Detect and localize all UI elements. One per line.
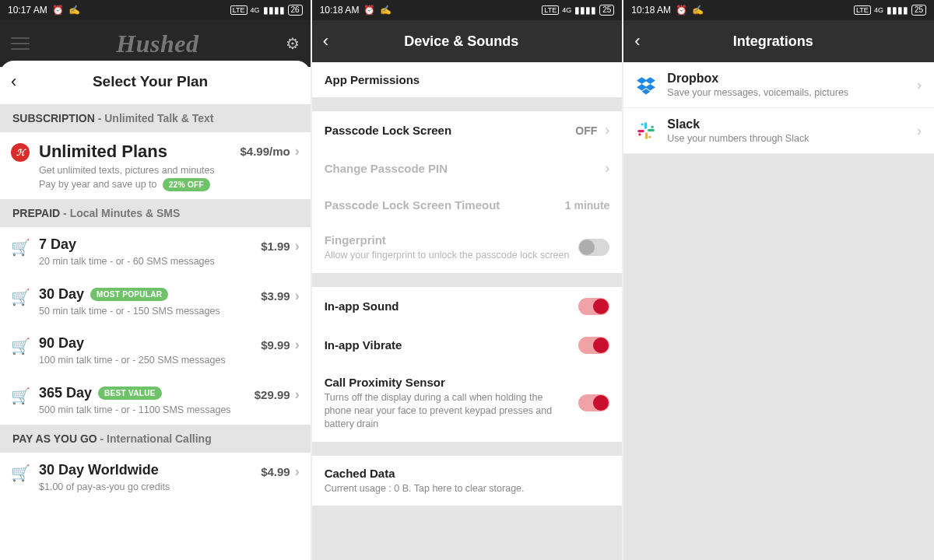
row-fingerprint: Fingerprint Allow your fingerprint to un… <box>312 222 623 273</box>
plan-price: $4.99/mo <box>240 145 290 158</box>
svg-rect-1 <box>648 129 655 131</box>
section-prepaid: PREPAID - Local Minutes & SMS <box>0 199 311 227</box>
app-brand-logo: Hushed <box>116 30 198 58</box>
signal-icon: ▮▮▮▮ <box>574 5 596 16</box>
row-passcode-lock[interactable]: Passcode Lock Screen OFF › <box>312 111 623 149</box>
dropbox-icon <box>636 75 656 95</box>
alarm-icon: ⏰ <box>52 5 64 16</box>
row-proximity[interactable]: Call Proximity Sensor Turns off the disp… <box>312 365 623 442</box>
screen-select-plan: 10:17 AM ⏰ ✍ LTE 4G ▮▮▮▮ 26 Hushed ⚙ ‹ S… <box>0 0 311 560</box>
navbar: ‹ Integrations <box>623 20 934 62</box>
status-time: 10:17 AM <box>8 5 47 16</box>
battery-icon: 26 <box>288 5 303 16</box>
plan-prepaid-30day[interactable]: 🛒 30 Day MOST POPULAR 50 min talk time -… <box>0 277 311 327</box>
page-title: Select Your Plan <box>1 73 299 90</box>
chevron-right-icon: › <box>295 288 300 304</box>
signal-icon: ▮▮▮▮ <box>887 5 908 16</box>
vibrate-toggle[interactable] <box>578 337 609 354</box>
chevron-right-icon: › <box>605 160 609 177</box>
sound-toggle[interactable] <box>578 298 609 315</box>
empty-area <box>312 506 623 560</box>
status-bar: 10:18 AM ⏰ ✍ LTE 4G ▮▮▮▮ 25 <box>623 0 934 20</box>
chevron-right-icon: › <box>295 143 300 159</box>
plan-prepaid-365day[interactable]: 🛒 365 Day BEST VALUE 500 min talk time -… <box>0 376 311 425</box>
fingerprint-toggle <box>578 239 609 256</box>
lte-icon: LTE <box>230 5 248 15</box>
signature-icon: ✍ <box>692 5 704 16</box>
discount-tag: 22% OFF <box>163 178 210 191</box>
chevron-right-icon: › <box>917 77 922 93</box>
battery-icon: 25 <box>599 5 614 16</box>
battery-icon: 25 <box>911 5 926 16</box>
chevron-right-icon: › <box>917 123 922 139</box>
svg-point-6 <box>649 136 651 138</box>
network-icon: 4G <box>562 6 571 14</box>
plan-sheet: ‹ Select Your Plan SUBSCRIPTION - Unlimi… <box>0 61 311 502</box>
chevron-right-icon: › <box>295 337 300 353</box>
network-icon: 4G <box>251 6 260 14</box>
section-divider <box>312 97 623 111</box>
menu-icon[interactable] <box>11 37 30 50</box>
lte-icon: LTE <box>854 5 871 15</box>
svg-rect-0 <box>644 122 647 129</box>
proximity-toggle[interactable] <box>578 394 609 411</box>
svg-point-4 <box>641 123 644 125</box>
navbar: ‹ Device & Sounds <box>312 20 623 62</box>
empty-area <box>623 154 934 560</box>
app-top-bar: Hushed ⚙ <box>0 20 311 67</box>
chevron-right-icon: › <box>295 387 300 403</box>
most-popular-tag: MOST POPULAR <box>90 288 168 301</box>
hushed-logo-icon: ℋ <box>11 143 30 162</box>
cart-icon: 🛒 <box>11 464 30 482</box>
status-bar: 10:18 AM ⏰ ✍ LTE 4G ▮▮▮▮ 25 <box>312 0 623 20</box>
status-bar: 10:17 AM ⏰ ✍ LTE 4G ▮▮▮▮ 26 <box>0 0 311 20</box>
slack-icon <box>636 121 656 141</box>
cart-icon: 🛒 <box>11 337 30 355</box>
row-app-permissions[interactable]: App Permissions <box>312 62 623 97</box>
section-divider <box>312 442 623 456</box>
chevron-right-icon: › <box>605 122 609 138</box>
section-divider <box>312 273 623 287</box>
cart-icon: 🛒 <box>11 387 30 405</box>
section-payg: PAY AS YOU GO - International Calling <box>0 425 311 453</box>
chevron-right-icon: › <box>295 464 300 480</box>
section-subscription: SUBSCRIPTION - Unlimited Talk & Text <box>0 104 311 132</box>
svg-rect-3 <box>638 130 645 132</box>
best-value-tag: BEST VALUE <box>98 387 162 400</box>
signal-icon: ▮▮▮▮ <box>263 5 285 16</box>
settings-icon[interactable]: ⚙ <box>286 34 300 53</box>
plan-unlimited[interactable]: ℋ Unlimited Plans Get unlimited texts, p… <box>0 132 311 199</box>
row-lock-timeout: Passcode Lock Screen Timeout 1 minute <box>312 187 623 222</box>
screen-device-sounds: 10:18 AM ⏰ ✍ LTE 4G ▮▮▮▮ 25 ‹ Device & S… <box>312 0 623 560</box>
passcode-lock-value: OFF <box>575 124 597 137</box>
screen-integrations: 10:18 AM ⏰ ✍ LTE 4G ▮▮▮▮ 25 ‹ Integratio… <box>623 0 934 560</box>
signature-icon: ✍ <box>68 5 80 16</box>
plan-prepaid-90day[interactable]: 🛒 90 Day 100 min talk time - or - 250 SM… <box>0 326 311 376</box>
status-time: 10:18 AM <box>320 5 360 16</box>
row-inapp-vibrate[interactable]: In-app Vibrate <box>312 326 623 365</box>
integration-dropbox[interactable]: Dropbox Save your messages, voicemails, … <box>623 62 934 108</box>
svg-rect-2 <box>645 132 648 139</box>
plan-payg-worldwide[interactable]: 🛒 30 Day Worldwide $1.00 of pay-as-you g… <box>0 453 311 502</box>
plan-name: Unlimited Plans <box>39 142 167 162</box>
signature-icon: ✍ <box>380 5 392 16</box>
plan-prepaid-7day[interactable]: 🛒 7 Day 20 min talk time - or - 60 SMS m… <box>0 227 311 277</box>
row-inapp-sound[interactable]: In-app Sound <box>312 287 623 326</box>
chevron-right-icon: › <box>295 238 300 254</box>
row-cached-data[interactable]: Cached Data Current usage : 0 B. Tap her… <box>312 456 623 506</box>
svg-point-5 <box>651 126 654 128</box>
plan-description: Get unlimited texts, pictures and minute… <box>39 164 230 191</box>
alarm-icon: ⏰ <box>363 5 375 16</box>
network-icon: 4G <box>874 6 883 14</box>
status-time: 10:18 AM <box>631 5 671 16</box>
cart-icon: 🛒 <box>11 238 30 257</box>
alarm-icon: ⏰ <box>676 5 687 16</box>
page-title: Device & Sounds <box>312 33 612 50</box>
integration-slack[interactable]: Slack Use your numbers through Slack › <box>623 108 934 154</box>
page-title: Integrations <box>623 33 923 50</box>
lte-icon: LTE <box>542 5 559 15</box>
cart-icon: 🛒 <box>11 288 30 306</box>
svg-point-7 <box>639 133 641 135</box>
row-change-pin: Change Passcode PIN › <box>312 149 623 187</box>
